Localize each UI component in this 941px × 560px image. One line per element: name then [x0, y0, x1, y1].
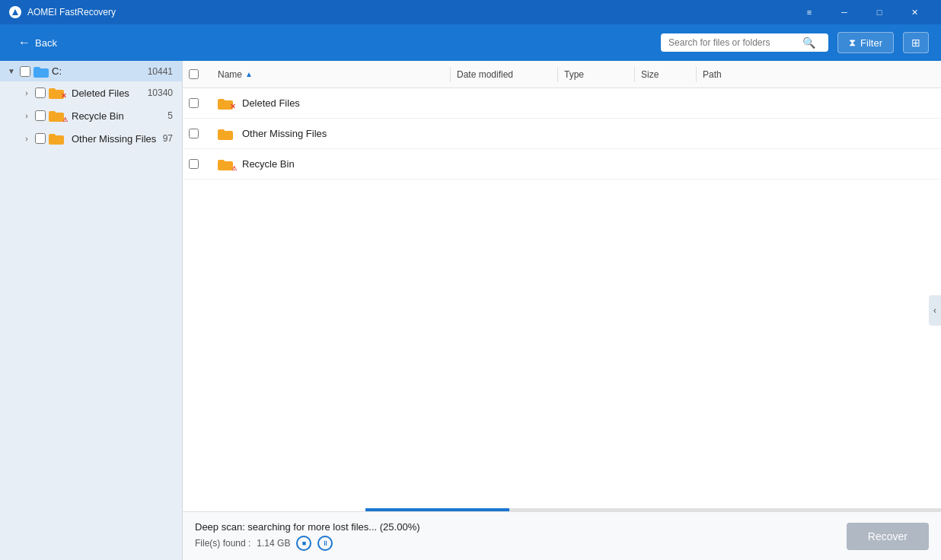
bottom-bar: Deep scan: searching for more lost files…: [183, 511, 941, 560]
row-checkbox-cell[interactable]: [189, 98, 212, 108]
row-checkbox-deleted[interactable]: [189, 98, 199, 108]
svg-rect-12: [218, 129, 225, 132]
sort-asc-icon: ▲: [245, 70, 253, 78]
row-name-other: Other Missing Files: [212, 127, 451, 141]
progress-fill: [365, 508, 509, 511]
table-header: Name ▲ Date modified Type Size Path: [183, 61, 941, 88]
back-arrow-icon: ←: [18, 36, 30, 49]
column-size[interactable]: Size: [635, 69, 696, 80]
sidebar-checkbox-c-drive[interactable]: [20, 66, 30, 77]
back-button[interactable]: ← Back: [12, 33, 63, 52]
svg-rect-10: [218, 99, 225, 102]
sidebar-item-recycle-bin[interactable]: › ⚠ Recycle Bin 5: [0, 104, 182, 127]
chevron-right-icon-other[interactable]: ›: [21, 135, 32, 143]
row-checkbox-other[interactable]: [189, 129, 199, 138]
svg-rect-2: [33, 67, 40, 70]
maximize-button[interactable]: □: [862, 0, 897, 24]
content-pane: Name ▲ Date modified Type Size Path: [183, 61, 941, 560]
titlebar: AOMEI FastRecovery ≡ ─ □ ✕: [0, 0, 941, 24]
window-controls: ≡ ─ □ ✕: [792, 0, 932, 24]
sidebar-recycle-count: 5: [167, 110, 176, 121]
deleted-files-row-icon: ✕: [218, 97, 234, 110]
filter-icon: ⧗: [849, 37, 856, 49]
sidebar-c-drive-count: 10441: [148, 66, 176, 77]
scan-sub: File(s) found : 1.14 GB ■ ⏸: [195, 536, 834, 551]
scan-info: Deep scan: searching for more lost files…: [195, 521, 834, 551]
sidebar-deleted-count: 10340: [148, 88, 176, 98]
collapse-panel-button[interactable]: ‹: [929, 295, 941, 326]
search-icon: 🔍: [802, 37, 815, 49]
other-missing-folder-icon: [49, 132, 65, 145]
table-row[interactable]: Other Missing Files: [183, 119, 941, 149]
sidebar: ▼ C: 10441 › ✕ Deleted Files: [0, 61, 183, 560]
row-name-deleted: ✕ Deleted Files: [212, 97, 451, 110]
scan-title: Deep scan: searching for more lost files…: [195, 521, 834, 533]
chevron-right-icon[interactable]: ›: [21, 89, 32, 97]
table-row[interactable]: ⚠ Recycle Bin: [183, 149, 941, 180]
table-body: ✕ Deleted Files: [183, 88, 941, 511]
deleted-files-name: Deleted Files: [242, 97, 300, 109]
sidebar-checkbox-recycle[interactable]: [35, 110, 46, 121]
row-checkbox-cell[interactable]: [189, 159, 212, 169]
close-button[interactable]: ✕: [897, 0, 932, 24]
minimize-button[interactable]: ─: [827, 0, 862, 24]
select-all-checkbox[interactable]: [189, 69, 199, 79]
filter-button[interactable]: ⧗ Filter: [837, 32, 894, 53]
app-title: AOMEI FastRecovery: [27, 7, 116, 18]
size-column-label: Size: [641, 69, 659, 80]
row-name-recycle: ⚠ Recycle Bin: [212, 158, 451, 171]
other-missing-row-icon: [218, 127, 234, 141]
sidebar-checkbox-deleted[interactable]: [35, 88, 46, 98]
sidebar-other-count: 97: [163, 133, 176, 144]
date-column-label: Date modified: [457, 69, 513, 80]
column-path[interactable]: Path: [697, 69, 935, 80]
progress-track: [365, 508, 941, 511]
recycle-bin-name: Recycle Bin: [242, 158, 295, 170]
chevron-right-icon-recycle[interactable]: ›: [21, 112, 32, 120]
search-box[interactable]: 🔍: [661, 33, 828, 52]
recycle-bin-folder-icon: ⚠: [49, 109, 65, 123]
path-column-label: Path: [703, 69, 722, 80]
svg-marker-0: [12, 9, 18, 15]
menu-button[interactable]: ≡: [792, 0, 827, 24]
grid-view-button[interactable]: ⊞: [903, 32, 929, 53]
column-name[interactable]: Name ▲: [212, 69, 450, 80]
sidebar-checkbox-other[interactable]: [35, 133, 46, 144]
drive-icon: [33, 65, 49, 77]
svg-rect-14: [218, 160, 225, 163]
other-missing-name: Other Missing Files: [242, 128, 327, 139]
stop-scan-button[interactable]: ■: [296, 536, 311, 551]
column-date[interactable]: Date modified: [451, 69, 557, 80]
sidebar-other-label: Other Missing Files: [72, 133, 160, 145]
sidebar-item-deleted-files[interactable]: › ✕ Deleted Files 10340: [0, 81, 182, 104]
svg-rect-4: [49, 88, 56, 91]
recycle-bin-row-icon: ⚠: [218, 158, 234, 171]
files-found-label: File(s) found :: [195, 538, 250, 549]
pause-scan-button[interactable]: ⏸: [317, 536, 333, 551]
sidebar-item-other-missing[interactable]: › Other Missing Files 97: [0, 127, 182, 150]
table-row[interactable]: ✕ Deleted Files: [183, 88, 941, 119]
recover-button[interactable]: Recover: [847, 523, 929, 550]
column-type[interactable]: Type: [558, 69, 634, 80]
type-column-label: Type: [564, 69, 584, 80]
svg-rect-8: [49, 134, 56, 137]
files-found-size: 1.14 GB: [257, 538, 290, 549]
header-checkbox-cell[interactable]: [189, 69, 212, 79]
sidebar-recycle-label: Recycle Bin: [72, 110, 164, 122]
toolbar: ← Back 🔍 ⧗ Filter ⊞: [0, 24, 941, 61]
row-checkbox-cell[interactable]: [189, 129, 212, 138]
row-checkbox-recycle[interactable]: [189, 159, 199, 169]
filter-label: Filter: [860, 37, 882, 49]
search-input[interactable]: [668, 37, 798, 48]
titlebar-left: AOMEI FastRecovery: [9, 6, 116, 18]
back-label: Back: [35, 37, 57, 49]
main-layout: ▼ C: 10441 › ✕ Deleted Files: [0, 61, 941, 560]
svg-rect-6: [49, 111, 56, 114]
sidebar-c-drive-label: C:: [52, 65, 145, 77]
name-column-label: Name: [218, 69, 242, 80]
chevron-down-icon[interactable]: ▼: [6, 67, 17, 75]
app-icon: [9, 6, 21, 18]
deleted-files-folder-icon: ✕: [49, 86, 65, 100]
sidebar-deleted-label: Deleted Files: [72, 88, 145, 99]
sidebar-item-c-drive[interactable]: ▼ C: 10441: [0, 61, 182, 81]
